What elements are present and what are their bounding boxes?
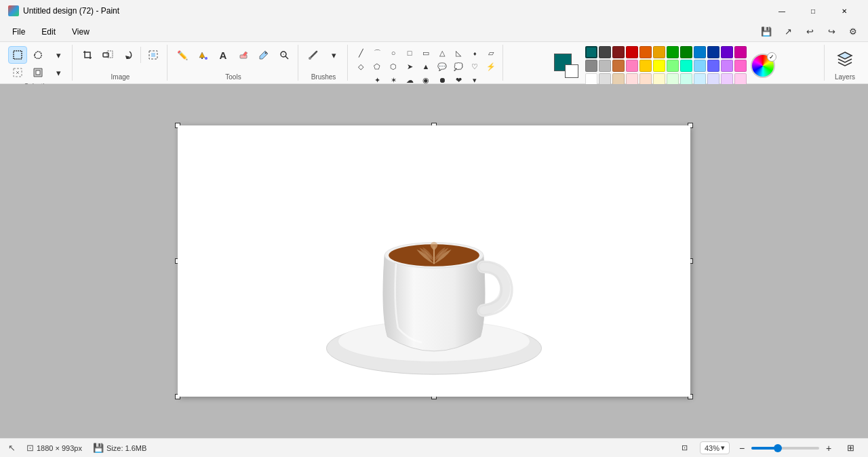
colors-content [554, 46, 775, 85]
fullscreen-zoom-button[interactable]: ⊞ [841, 439, 860, 457]
shape-rect[interactable]: □ [402, 46, 417, 60]
color-lavender[interactable] [707, 60, 719, 72]
magnify-button[interactable] [275, 46, 294, 64]
shape-right-arrow[interactable]: ➤ [402, 60, 417, 73]
color-black[interactable] [585, 46, 597, 58]
color-violet[interactable] [721, 60, 733, 72]
brush-dropdown[interactable]: ▾ [324, 46, 343, 64]
color-blue[interactable] [694, 46, 706, 58]
rectangular-select-button[interactable] [8, 46, 27, 64]
color-tan[interactable] [612, 60, 625, 72]
color-purple[interactable] [721, 46, 733, 58]
eraser-button[interactable] [234, 46, 253, 64]
fill-button[interactable] [193, 46, 212, 64]
pencil-button[interactable]: ✏️ [173, 46, 192, 64]
color-bright-yellow[interactable] [653, 60, 665, 72]
shape-up-arrow[interactable]: ▲ [418, 60, 433, 73]
shape-callout-oval[interactable]: 💭 [451, 60, 466, 73]
minimize-button[interactable]: — [766, 0, 797, 22]
resize-button[interactable] [98, 46, 117, 64]
shape-rounded-rect[interactable]: ▭ [418, 46, 433, 60]
color-magenta[interactable] [734, 46, 747, 58]
layers-section: Layers [826, 45, 864, 81]
color-light-green[interactable] [667, 60, 679, 72]
maximize-button[interactable]: □ [797, 0, 829, 22]
color-sky-blue[interactable] [694, 60, 706, 72]
file-size-display: 💾 Size: 1.6MB [93, 443, 146, 453]
color-gold[interactable] [653, 46, 665, 58]
crop-button[interactable] [78, 46, 97, 64]
color-dark-gray[interactable] [599, 46, 611, 58]
shape-lightning[interactable]: ⚡ [484, 60, 498, 73]
color-rose[interactable] [734, 60, 747, 72]
zoom-display[interactable]: 43% ▾ [700, 441, 730, 454]
toolbar: ▾ ▾ Selection [0, 42, 868, 84]
fit-page-button[interactable]: ⊡ [675, 439, 694, 457]
close-button[interactable]: ✕ [829, 0, 860, 22]
shape-diagonal-line[interactable]: ╱ [353, 46, 368, 60]
svg-point-6 [205, 57, 208, 60]
save-button[interactable]: 💾 [757, 23, 776, 41]
tools-label: Tools [225, 73, 241, 81]
color-yellow[interactable] [639, 60, 652, 72]
shape-callout-rect[interactable]: 💬 [435, 60, 450, 73]
canvas-area[interactable] [0, 84, 868, 438]
menu-file[interactable]: File [5, 24, 32, 39]
color-pink[interactable] [626, 60, 638, 72]
shape-hexagon[interactable]: ⬡ [386, 60, 401, 73]
titlebar-title: Untitled design (72) - Paint [23, 6, 119, 16]
share-button[interactable]: ↗ [778, 23, 797, 41]
free-select-button[interactable] [28, 46, 47, 64]
shape-heart[interactable]: ♡ [467, 60, 482, 73]
shape-pentagon[interactable]: ⬠ [370, 60, 384, 73]
zoom-thumb[interactable] [774, 444, 782, 452]
text-button[interactable]: A [214, 46, 233, 64]
color-dark-green[interactable] [680, 46, 692, 58]
zoom-out-button[interactable]: − [735, 439, 749, 457]
secondary-color[interactable] [565, 64, 578, 78]
select-dropdown[interactable]: ▾ [49, 46, 68, 64]
file-size-text: Size: 1.6MB [106, 444, 146, 452]
menu-edit[interactable]: Edit [35, 24, 62, 39]
color-teal[interactable] [680, 60, 692, 72]
rotate-button[interactable] [119, 46, 138, 64]
statusbar-right: ⊡ 43% ▾ − + ⊞ [675, 439, 860, 457]
titlebar: Untitled design (72) - Paint — □ ✕ [0, 0, 868, 22]
color-green[interactable] [667, 46, 679, 58]
color-dark-red[interactable] [612, 46, 625, 58]
invert-select-button[interactable] [28, 64, 47, 81]
color-red[interactable] [626, 46, 638, 58]
shape-curve[interactable]: ⌒ [370, 46, 384, 60]
shapes-row1: ╱ ⌒ ○ □ ▭ △ ◺ ⬧ ▱ [353, 46, 498, 60]
shape-diamond[interactable]: ⬧ [467, 46, 482, 60]
canvas-frame [178, 125, 690, 397]
menu-view[interactable]: View [65, 24, 96, 39]
shape-triangle[interactable]: △ [435, 46, 450, 60]
redo-button[interactable]: ↪ [822, 23, 841, 41]
color-gray[interactable] [585, 60, 597, 72]
zoom-fill [751, 447, 775, 450]
shape-rhombus[interactable]: ◇ [353, 60, 368, 73]
shapes-row2: ◇ ⬠ ⬡ ➤ ▲ 💬 💭 ♡ ⚡ [353, 60, 498, 73]
svg-rect-2 [36, 71, 40, 75]
zoom-in-button[interactable]: + [822, 439, 835, 457]
settings-button[interactable]: ⚙ [844, 23, 863, 41]
transparent-select-button[interactable] [8, 64, 27, 81]
custom-color-button[interactable] [751, 54, 775, 78]
zoom-slider[interactable] [751, 447, 819, 450]
select-all-button[interactable] [144, 46, 163, 64]
brush-button[interactable] [304, 46, 323, 64]
shape-parallelogram[interactable]: ▱ [484, 46, 498, 60]
color-light-gray[interactable] [599, 60, 611, 72]
shape-oval[interactable]: ○ [386, 46, 401, 60]
color-dark-blue[interactable] [707, 46, 719, 58]
layers-button[interactable] [830, 46, 860, 72]
color-picker-button[interactable] [254, 46, 273, 64]
color-orange[interactable] [639, 46, 652, 58]
shape-right-triangle[interactable]: ◺ [451, 46, 466, 60]
save-status-icon: 💾 [93, 443, 104, 453]
svg-point-10 [309, 57, 311, 60]
zoom-percent: 43% [705, 444, 719, 452]
undo-button[interactable]: ↩ [800, 23, 819, 41]
select-dropdown2[interactable]: ▾ [49, 64, 68, 81]
